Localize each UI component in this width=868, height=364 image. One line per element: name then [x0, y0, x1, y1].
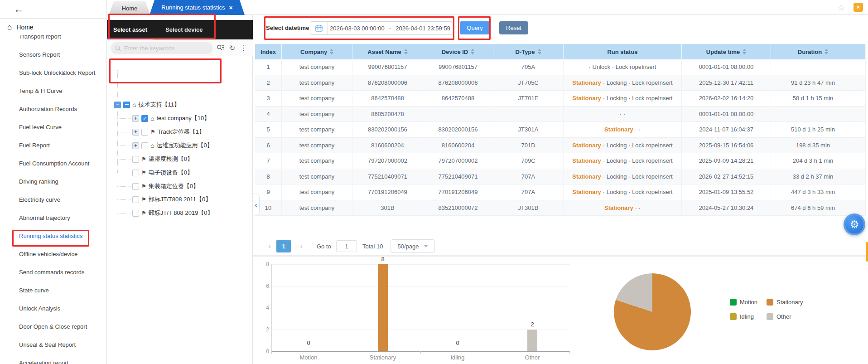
sort-icon[interactable]	[404, 49, 408, 54]
sidebar-item-fuel-consumption[interactable]: Fuel Consumption Account	[0, 155, 106, 173]
col-update-time[interactable]: Update time	[682, 44, 771, 59]
table-row[interactable]: 5test company830202000156830202000156JT3…	[255, 122, 866, 138]
refresh-icon[interactable]: ↻	[229, 44, 235, 52]
datetime-range-input[interactable]: 2026-03-03 00:00:00 - 2026-04-01 23:59:5…	[310, 21, 453, 35]
more-options-icon[interactable]: ⋮	[240, 44, 247, 52]
sidebar-item-abnormal-trajectory[interactable]: Abnormal trajectory	[0, 209, 106, 227]
table-row[interactable]: 2test company876208000006876208000006JT7…	[255, 75, 866, 91]
legend-item-stationary[interactable]: Stationary	[767, 299, 803, 306]
table-row[interactable]: 3test company86425704888642570488JT701ES…	[255, 91, 866, 107]
cell-index: 2	[255, 75, 282, 91]
pie-chart[interactable]	[614, 273, 691, 350]
favorite-star-icon[interactable]: ☆	[838, 3, 845, 13]
sidebar-item-running-status-statistics[interactable]: Running status statistics	[0, 227, 106, 245]
cell-device-id: 835210000072	[423, 200, 493, 216]
tab-select-device[interactable]: Select device	[165, 26, 203, 33]
sidebar-item-temp-h-curve[interactable]: Temp & H Curve	[0, 82, 106, 100]
bar-stationary[interactable]	[378, 264, 388, 351]
sidebar-item-door-report[interactable]: Door Open & Close report	[0, 318, 106, 336]
next-page-icon[interactable]: ›	[297, 239, 306, 253]
tab-select-asset[interactable]: Select asset	[113, 26, 147, 33]
checkbox-empty[interactable]	[132, 210, 139, 217]
sort-icon[interactable]	[471, 49, 474, 54]
page-number-button[interactable]: 1	[276, 240, 291, 252]
table-row[interactable]: 4test company8605200478· ·0001-01-01 08:…	[255, 107, 866, 122]
table-row[interactable]: 7test company797207000002797207000002709…	[255, 153, 866, 169]
tree-node-track[interactable]: + ⚑ Track定位器【1】	[107, 125, 253, 139]
datetime-start: 2026-03-03 00:00:00	[330, 25, 385, 32]
close-icon[interactable]: ×	[229, 4, 233, 11]
expand-node-icon[interactable]: +	[132, 115, 139, 122]
sidebar-item-home[interactable]: ⌂ Home	[0, 19, 106, 35]
tree-node-jt808-2011[interactable]: ⚑ 部标JT/T808 2011【0】	[107, 193, 253, 206]
y-axis-line	[271, 264, 272, 351]
checkbox-empty[interactable]	[132, 170, 139, 176]
col-d-type[interactable]: D-Type	[493, 44, 564, 59]
expand-node-icon[interactable]: +	[132, 129, 139, 136]
collapse-node-icon[interactable]: −	[114, 102, 121, 108]
tree-node-elock[interactable]: ⚑ 电子锁设备【0】	[107, 166, 253, 180]
back-arrow-icon[interactable]: ←	[14, 3, 24, 15]
cell-run-status: Stationary· Locking · Lock ropeInsert	[564, 91, 682, 107]
sidebar-item-sensors-report[interactable]: Sensors Report	[0, 46, 106, 64]
cell-run-status: Stationary· ·	[564, 200, 682, 216]
advanced-search-icon[interactable]	[217, 44, 224, 51]
sort-icon[interactable]	[743, 49, 746, 54]
sidebar-item-authorization-records[interactable]: Authorization Records	[0, 100, 106, 118]
tree-node-container-locator[interactable]: ⚑ 集装箱定位器【0】	[107, 180, 253, 193]
tab-home[interactable]: Home	[109, 1, 150, 15]
checkbox-empty[interactable]	[132, 196, 139, 203]
query-button[interactable]: Query	[460, 21, 490, 34]
col-asset-name[interactable]: Asset Name	[352, 44, 423, 59]
sort-icon[interactable]	[538, 49, 541, 54]
expand-node-icon[interactable]: +	[132, 142, 139, 149]
search-input[interactable]	[124, 45, 206, 52]
corner-close-icon[interactable]: ×	[854, 3, 863, 12]
table-row[interactable]: 10test company301B835210000072JT301BStat…	[255, 200, 866, 216]
tree-node-jt808-2019[interactable]: ⚑ 部标JT/T 808 2019【0】	[107, 206, 253, 220]
col-device-id[interactable]: Device ID	[423, 44, 493, 59]
checkbox-empty[interactable]	[132, 183, 139, 190]
checkbox-empty[interactable]	[141, 129, 148, 136]
checkbox-indeterminate[interactable]	[123, 102, 130, 108]
prev-page-icon[interactable]: ‹	[265, 239, 274, 253]
sidebar-item-sublock-report[interactable]: Sub-lock Unlock&lock Report	[0, 64, 106, 82]
sidebar-item-send-commands[interactable]: Send commands records	[0, 263, 106, 281]
sidebar-item-fuel-level-curve[interactable]: Fuel level Curve	[0, 118, 106, 136]
sort-icon[interactable]	[825, 49, 828, 54]
reset-button[interactable]: Reset	[499, 21, 528, 34]
sidebar-item-offline-vehicles[interactable]: Offline vehicles/device	[0, 245, 106, 263]
tab-running-status-statistics[interactable]: Running status statistics ×	[149, 0, 245, 15]
table-row[interactable]: 6test company81606002048160600204701DSta…	[255, 138, 866, 154]
page-size-select[interactable]: 50/page	[391, 239, 435, 253]
sidebar-item-electricity-curve[interactable]: Electricity curve	[0, 191, 106, 209]
legend-item-motion[interactable]: Motion	[730, 299, 757, 306]
goto-page-input[interactable]	[336, 240, 357, 252]
legend-item-other[interactable]: Other	[767, 313, 791, 320]
scrollbar-thumb[interactable]	[866, 242, 868, 262]
sort-icon[interactable]	[330, 49, 333, 54]
bar-other[interactable]	[527, 330, 537, 351]
tree-node-root[interactable]: − ⌂ 技术支持【11】	[107, 98, 253, 112]
table-row[interactable]: 8test company775210409071775210409071707…	[255, 169, 866, 185]
sidebar-item-unseal-seal[interactable]: Unseal & Seal Report	[0, 336, 106, 354]
col-company[interactable]: Company	[282, 44, 352, 59]
table-row[interactable]: 1test company990076801157990076801157705…	[255, 59, 866, 75]
cell-index: 6	[255, 138, 282, 154]
col-duration[interactable]: Duration	[771, 44, 855, 59]
tree-node-temp-humidity[interactable]: ⚑ 温湿度检测【0】	[107, 152, 253, 166]
legend-item-idling[interactable]: Idling	[730, 313, 754, 320]
settings-gear-button[interactable]: ⚙	[844, 214, 865, 235]
collapse-panel-handle[interactable]: ‹	[253, 194, 260, 215]
sidebar-item-driving-ranking[interactable]: Driving ranking	[0, 173, 106, 191]
sidebar-item-fuel-report[interactable]: Fuel Report	[0, 136, 106, 155]
checkbox-empty[interactable]	[132, 156, 139, 163]
sidebar-item-state-curve[interactable]: State curve	[0, 281, 106, 300]
table-row[interactable]: 9test company770191206049770191206049707…	[255, 184, 866, 200]
tree-node-yunweibao[interactable]: + ⌂ 运维宝功能应用【0】	[107, 139, 253, 152]
checkbox-checked[interactable]: ✓	[141, 115, 148, 122]
tree-node-test-company[interactable]: + ✓ ⌂ test company【10】	[107, 112, 253, 125]
sidebar-item-unlock-analysis[interactable]: Unlock Analysis	[0, 300, 106, 318]
checkbox-empty[interactable]	[141, 142, 148, 149]
sidebar-item-acceleration-report[interactable]: Acceleration report	[0, 354, 106, 364]
